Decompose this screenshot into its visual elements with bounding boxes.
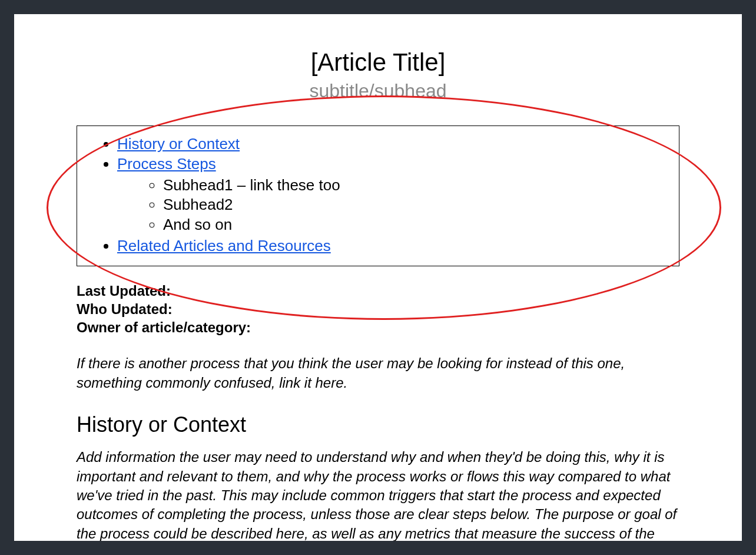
table-of-contents-box: History or Context Process Steps Subhead… xyxy=(77,125,679,266)
metadata-block: Last Updated: Who Updated: Owner of arti… xyxy=(77,282,699,337)
owner-label: Owner of article/category: xyxy=(77,318,699,336)
toc-link-process-steps[interactable]: Process Steps xyxy=(117,155,216,173)
toc-item: History or Context xyxy=(117,134,673,154)
helper-note: If there is another process that you thi… xyxy=(77,354,679,392)
page-content: [Article Title] subtitle/subhead History… xyxy=(14,14,742,541)
who-updated-label: Who Updated: xyxy=(77,300,699,318)
outer-frame: [Article Title] subtitle/subhead History… xyxy=(0,0,756,555)
toc-link-related[interactable]: Related Articles and Resources xyxy=(117,237,331,255)
toc-item: Related Articles and Resources xyxy=(117,236,673,256)
toc-subitem: Subhead2 xyxy=(163,195,673,215)
section-body-history: Add information the user may need to und… xyxy=(77,448,679,541)
toc-item: Process Steps Subhead1 – link these too … xyxy=(117,154,673,235)
last-updated-label: Last Updated: xyxy=(77,282,699,300)
toc-sublist: Subhead1 – link these too Subhead2 And s… xyxy=(117,176,673,235)
toc-subitem: Subhead1 – link these too xyxy=(163,176,673,196)
article-title: [Article Title] xyxy=(57,48,699,77)
document-page: [Article Title] subtitle/subhead History… xyxy=(14,14,742,541)
section-heading-history: History or Context xyxy=(77,412,699,437)
toc-subitem: And so on xyxy=(163,215,673,235)
article-subtitle: subtitle/subhead xyxy=(57,80,699,102)
toc-list: History or Context Process Steps Subhead… xyxy=(83,134,673,256)
toc-link-history[interactable]: History or Context xyxy=(117,135,240,153)
